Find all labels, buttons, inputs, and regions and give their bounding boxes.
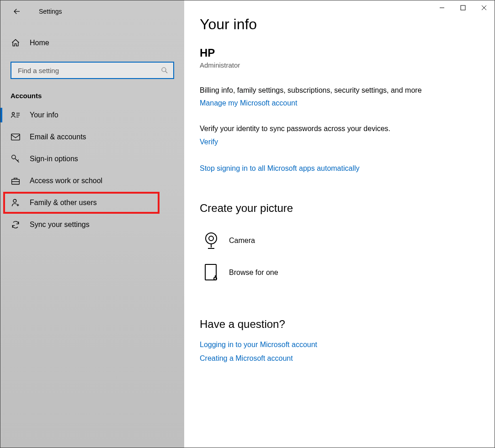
nav-access-work[interactable]: Access work or school xyxy=(0,170,184,192)
svg-point-0 xyxy=(162,68,166,72)
billing-text: Billing info, family settings, subscript… xyxy=(200,85,476,95)
person-add-icon xyxy=(11,198,21,207)
maximize-button[interactable] xyxy=(452,0,474,15)
nav-home[interactable]: Home xyxy=(0,32,184,53)
svg-rect-6 xyxy=(461,5,465,10)
svg-rect-2 xyxy=(11,134,20,140)
help-create-link[interactable]: Creating a Microsoft account xyxy=(200,354,476,363)
option-camera-label: Camera xyxy=(229,237,255,245)
sync-icon xyxy=(11,220,21,229)
account-display-name: HP xyxy=(200,47,476,59)
search-wrap xyxy=(11,62,174,79)
svg-point-3 xyxy=(12,155,16,159)
nav-signin-options-label: Sign-in options xyxy=(30,155,78,163)
svg-point-8 xyxy=(209,236,213,241)
nav-family-other-users-label: Family & other users xyxy=(30,199,97,207)
nav-sync-settings[interactable]: Sync your settings xyxy=(0,214,184,236)
page-title: Your info xyxy=(200,16,476,33)
maximize-icon xyxy=(460,5,466,11)
svg-point-7 xyxy=(206,233,217,244)
question-title: Have a question? xyxy=(200,318,476,331)
nav-home-label: Home xyxy=(30,39,49,47)
verify-link[interactable]: Verify xyxy=(200,138,218,146)
sidebar: Settings Home Accounts Your info xyxy=(0,0,184,448)
app-title: Settings xyxy=(39,8,62,15)
home-icon xyxy=(11,38,21,47)
back-button[interactable] xyxy=(11,5,23,18)
sidebar-header: Settings xyxy=(0,0,184,22)
person-card-icon xyxy=(11,111,21,119)
svg-point-10 xyxy=(214,277,217,280)
nav-your-info[interactable]: Your info xyxy=(0,104,184,126)
mail-icon xyxy=(11,133,21,141)
close-button[interactable] xyxy=(474,0,495,15)
browse-icon xyxy=(202,263,221,282)
verify-block: Verify your identity to sync passwords a… xyxy=(200,124,476,146)
settings-window: Settings Home Accounts Your info xyxy=(0,0,495,448)
minimize-button[interactable] xyxy=(431,0,452,15)
svg-point-1 xyxy=(12,112,15,115)
manage-account-link[interactable]: Manage my Microsoft account xyxy=(200,99,297,107)
arrow-left-icon xyxy=(13,7,21,16)
nav-list: Your info Email & accounts Sign-in optio… xyxy=(0,104,184,236)
section-accounts-label: Accounts xyxy=(11,92,184,100)
nav-email-accounts-label: Email & accounts xyxy=(30,133,86,141)
nav-access-work-label: Access work or school xyxy=(30,177,102,185)
briefcase-icon xyxy=(11,177,21,185)
create-picture-title: Create your picture xyxy=(200,202,476,215)
nav-your-info-label: Your info xyxy=(30,111,59,119)
nav-email-accounts[interactable]: Email & accounts xyxy=(0,126,184,148)
verify-text: Verify your identity to sync passwords a… xyxy=(200,124,476,134)
option-browse-label: Browse for one xyxy=(229,269,278,277)
help-links: Logging in to your Microsoft account Cre… xyxy=(200,341,476,363)
account-summary: HP Administrator xyxy=(200,47,476,69)
search-icon xyxy=(160,66,169,74)
nav-family-other-users[interactable]: Family & other users xyxy=(3,192,160,214)
nav-sync-settings-label: Sync your settings xyxy=(30,221,90,229)
search-input[interactable] xyxy=(18,67,160,74)
window-controls xyxy=(431,0,495,17)
option-browse[interactable]: Browse for one xyxy=(200,257,476,289)
stop-signin-link[interactable]: Stop signing in to all Microsoft apps au… xyxy=(200,164,360,173)
close-icon xyxy=(481,5,487,11)
content-pane: Your info HP Administrator Billing info,… xyxy=(184,0,495,448)
help-login-link[interactable]: Logging in to your Microsoft account xyxy=(200,341,476,349)
billing-block: Billing info, family settings, subscript… xyxy=(200,85,476,107)
minimize-icon xyxy=(439,5,445,11)
key-icon xyxy=(11,154,21,163)
svg-point-5 xyxy=(13,200,16,203)
search-box[interactable] xyxy=(11,62,174,79)
account-role: Administrator xyxy=(200,61,476,69)
nav-signin-options[interactable]: Sign-in options xyxy=(0,148,184,170)
option-camera[interactable]: Camera xyxy=(200,225,476,257)
camera-icon xyxy=(202,231,221,250)
